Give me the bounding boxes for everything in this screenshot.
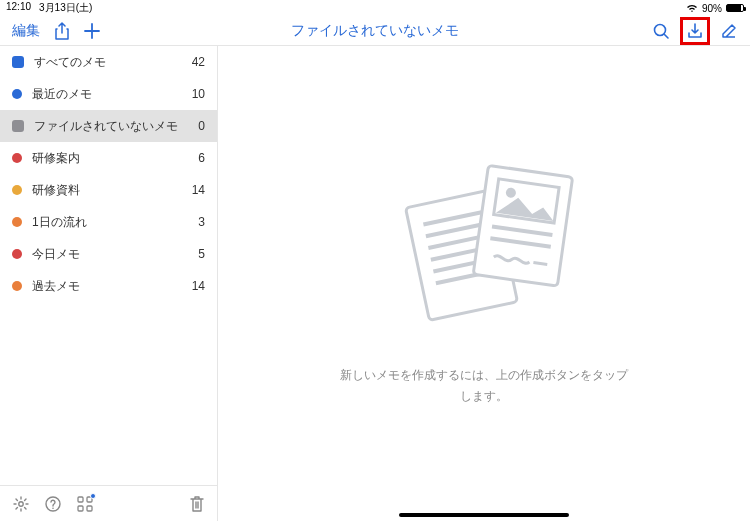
sidebar-item-2[interactable]: ファイルされていないメモ0 <box>0 110 217 142</box>
sidebar-item-4[interactable]: 研修資料14 <box>0 174 217 206</box>
sidebar-item-count: 6 <box>198 151 205 165</box>
sidebar-item-5[interactable]: 1日の流れ3 <box>0 206 217 238</box>
empty-state-text: 新しいメモを作成するには、上の作成ボタンをタップ します。 <box>340 365 628 406</box>
svg-point-3 <box>52 507 54 509</box>
folder-dot-icon <box>12 185 22 195</box>
folder-dot-icon <box>12 281 22 291</box>
svg-line-20 <box>533 263 547 265</box>
main-pane: 新しいメモを作成するには、上の作成ボタンをタップ します。 <box>218 46 750 521</box>
battery-percent: 90% <box>702 3 722 14</box>
sidebar-item-label: ファイルされていないメモ <box>34 118 198 135</box>
sidebar-footer <box>0 485 217 521</box>
folder-dot-icon <box>12 153 22 163</box>
sidebar-item-count: 0 <box>198 119 205 133</box>
svg-point-1 <box>19 501 23 505</box>
empty-illustration <box>384 161 584 341</box>
trash-icon[interactable] <box>189 495 205 513</box>
sidebar-item-0[interactable]: すべてのメモ42 <box>0 46 217 78</box>
sidebar-item-label: 今日メモ <box>32 246 198 263</box>
sidebar-item-count: 14 <box>192 183 205 197</box>
sidebar-item-count: 10 <box>192 87 205 101</box>
compose-icon[interactable] <box>720 22 738 40</box>
home-indicator <box>399 513 569 517</box>
sidebar-item-label: 最近のメモ <box>32 86 192 103</box>
sidebar-item-label: 研修資料 <box>32 182 192 199</box>
sidebar-item-7[interactable]: 過去メモ14 <box>0 270 217 302</box>
notes-stack-icon <box>12 56 24 68</box>
sidebar-item-label: 過去メモ <box>32 278 192 295</box>
sidebar-item-count: 3 <box>198 215 205 229</box>
folder-list: すべてのメモ42最近のメモ10ファイルされていないメモ0研修案内6研修資料141… <box>0 46 217 485</box>
folder-dot-icon <box>12 217 22 227</box>
download-icon[interactable] <box>680 17 710 45</box>
battery-icon <box>726 4 744 12</box>
sidebar-item-1[interactable]: 最近のメモ10 <box>0 78 217 110</box>
status-time: 12:10 <box>6 1 31 15</box>
folder-dot-icon <box>12 89 22 99</box>
settings-icon[interactable] <box>12 495 30 513</box>
badge-dot <box>90 493 96 499</box>
svg-rect-6 <box>78 506 83 511</box>
app-header: 編集 ファイルされていないメモ <box>0 16 750 46</box>
sidebar-item-label: 研修案内 <box>32 150 198 167</box>
sidebar: すべてのメモ42最近のメモ10ファイルされていないメモ0研修案内6研修資料141… <box>0 46 218 521</box>
sidebar-item-6[interactable]: 今日メモ5 <box>0 238 217 270</box>
search-icon[interactable] <box>652 22 670 40</box>
edit-button[interactable]: 編集 <box>12 22 40 40</box>
sidebar-item-3[interactable]: 研修案内6 <box>0 142 217 174</box>
add-icon[interactable] <box>84 23 100 39</box>
svg-rect-7 <box>87 506 92 511</box>
folder-dot-icon <box>12 249 22 259</box>
sidebar-item-label: すべてのメモ <box>34 54 192 71</box>
page-title: ファイルされていないメモ <box>291 22 459 40</box>
apps-icon[interactable] <box>76 495 94 513</box>
svg-point-0 <box>655 24 666 35</box>
svg-rect-4 <box>78 497 83 502</box>
status-bar: 12:10 3月13日(土) 90% <box>0 0 750 16</box>
share-icon[interactable] <box>54 22 70 40</box>
wifi-icon <box>686 3 698 13</box>
sidebar-item-label: 1日の流れ <box>32 214 198 231</box>
notes-stack-icon <box>12 120 24 132</box>
status-date: 3月13日(土) <box>39 1 92 15</box>
sidebar-item-count: 14 <box>192 279 205 293</box>
sidebar-item-count: 5 <box>198 247 205 261</box>
help-icon[interactable] <box>44 495 62 513</box>
sidebar-item-count: 42 <box>192 55 205 69</box>
